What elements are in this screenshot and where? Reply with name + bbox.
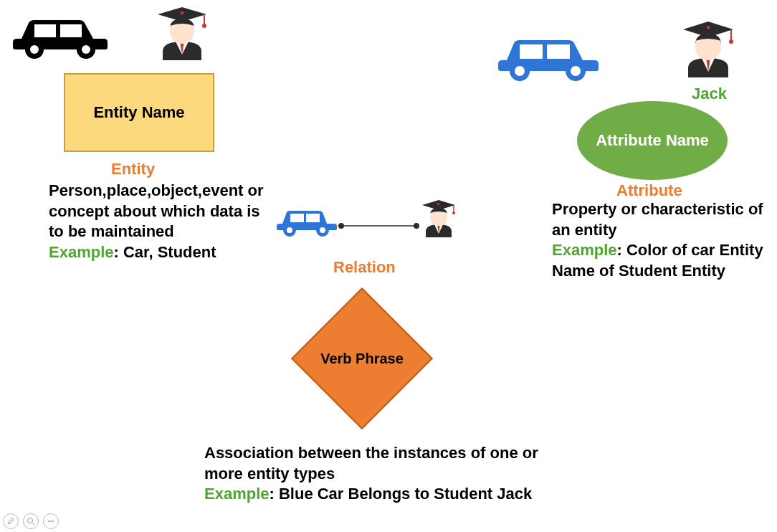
attribute-shape-label: Attribute Name — [596, 131, 709, 150]
svg-rect-21 — [306, 214, 320, 222]
svg-line-34 — [32, 523, 34, 525]
relation-desc: Association between the instances of one… — [204, 443, 563, 505]
student-icon-attr — [679, 19, 738, 83]
zoom-icon[interactable] — [23, 513, 39, 529]
svg-rect-17 — [707, 26, 710, 29]
relation-shape: Verb Phrase — [290, 287, 434, 430]
attribute-desc: Property or characteristic of an entity … — [552, 199, 774, 281]
svg-point-25 — [320, 227, 325, 233]
svg-point-23 — [287, 227, 292, 233]
relation-shape-label: Verb Phrase — [320, 350, 404, 367]
svg-rect-10 — [520, 44, 543, 59]
svg-point-19 — [729, 39, 733, 44]
svg-point-28 — [414, 223, 419, 229]
relation-title: Relation — [333, 258, 396, 277]
svg-point-13 — [515, 66, 525, 76]
more-icon[interactable] — [43, 513, 59, 529]
relation-line — [338, 219, 420, 232]
svg-point-5 — [82, 45, 90, 54]
student-icon-rel — [419, 198, 458, 242]
svg-point-33 — [28, 518, 33, 523]
svg-rect-1 — [60, 24, 82, 37]
svg-rect-20 — [290, 214, 304, 222]
svg-rect-7 — [181, 11, 183, 14]
student-icon-entity — [154, 4, 210, 66]
svg-point-9 — [202, 24, 206, 28]
svg-rect-30 — [437, 203, 439, 205]
entity-title: Entity — [111, 160, 155, 179]
svg-rect-11 — [547, 44, 570, 59]
entity-shape-label: Entity Name — [93, 103, 184, 122]
svg-point-36 — [50, 521, 52, 522]
svg-point-32 — [452, 212, 455, 214]
jack-label: Jack — [692, 85, 727, 103]
car-blue-icon-rel — [272, 199, 338, 239]
car-blue-icon-attr — [491, 22, 606, 85]
entity-desc: Person,place,object,event or concept abo… — [49, 181, 264, 262]
svg-point-3 — [30, 45, 39, 54]
attribute-shape: Attribute Name — [577, 101, 728, 180]
pen-icon[interactable] — [3, 513, 19, 529]
svg-point-37 — [52, 521, 54, 522]
entity-shape: Entity Name — [64, 73, 214, 152]
car-black-icon — [7, 3, 115, 63]
svg-rect-0 — [34, 24, 56, 37]
svg-point-35 — [48, 521, 49, 522]
attribute-title: Attribute — [616, 181, 682, 200]
bottom-toolbar — [3, 513, 59, 529]
svg-point-15 — [571, 66, 581, 76]
